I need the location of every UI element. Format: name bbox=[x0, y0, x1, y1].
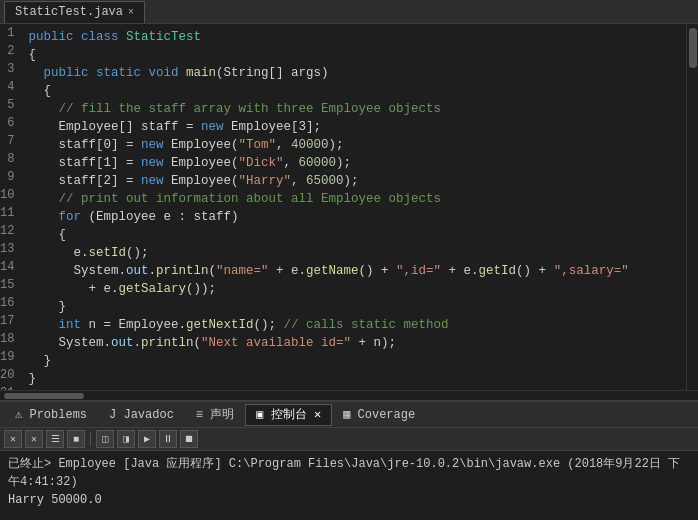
toolbar-btn-4[interactable]: ◫ bbox=[96, 430, 114, 448]
toolbar-btn-8[interactable]: ⏹ bbox=[180, 430, 198, 448]
horizontal-scrollbar[interactable] bbox=[0, 390, 698, 400]
bottom-panel: ⚠ ProblemsJ Javadoc≡ 声明▣ 控制台 ✕▦ Coverage… bbox=[0, 400, 698, 520]
console-output-line: Harry 50000.0 bbox=[8, 491, 690, 509]
code-line: for (Employee e : staff) bbox=[28, 208, 678, 226]
line-number: 14 bbox=[0, 258, 20, 276]
code-line: // print out information about all Emplo… bbox=[28, 190, 678, 208]
code-line: + e.getSalary()); bbox=[28, 280, 678, 298]
code-line: { bbox=[28, 226, 678, 244]
console-command-line: 已终止> Employee [Java 应用程序] C:\Program Fil… bbox=[8, 455, 690, 491]
h-scrollbar-thumb[interactable] bbox=[4, 393, 84, 399]
line-number: 18 bbox=[0, 330, 20, 348]
line-number: 15 bbox=[0, 276, 20, 294]
line-number: 12 bbox=[0, 222, 20, 240]
code-line: staff[0] = new Employee("Tom", 40000); bbox=[28, 136, 678, 154]
line-number: 8 bbox=[0, 150, 20, 168]
line-number: 13 bbox=[0, 240, 20, 258]
file-tab[interactable]: StaticTest.java × bbox=[4, 1, 145, 23]
line-number: 6 bbox=[0, 114, 20, 132]
line-number: 3 bbox=[0, 60, 20, 78]
editor-container: 1234567891011121314151617181920212223242… bbox=[0, 24, 698, 390]
code-line: Employee[] staff = new Employee[3]; bbox=[28, 118, 678, 136]
line-number: 4 bbox=[0, 78, 20, 96]
code-line: { bbox=[28, 46, 678, 64]
line-number: 19 bbox=[0, 348, 20, 366]
toolbar-btn-1[interactable]: ✕ bbox=[25, 430, 43, 448]
code-line: } bbox=[28, 298, 678, 316]
bottom-tab-problems[interactable]: ⚠ Problems bbox=[4, 404, 98, 426]
toolbar-btn-5[interactable]: ◨ bbox=[117, 430, 135, 448]
toolbar-btn-7[interactable]: ⏸ bbox=[159, 430, 177, 448]
toolbar-btn-2[interactable]: ☰ bbox=[46, 430, 64, 448]
line-number: 1 bbox=[0, 24, 20, 42]
line-number: 5 bbox=[0, 96, 20, 114]
code-line: staff[2] = new Employee("Harry", 65000); bbox=[28, 172, 678, 190]
bottom-tab-coverage[interactable]: ▦ Coverage bbox=[332, 404, 426, 426]
tab-bar: StaticTest.java × bbox=[0, 0, 698, 24]
line-numbers: 1234567891011121314151617181920212223242… bbox=[0, 24, 20, 390]
code-line: System.out.println("Next available id=" … bbox=[28, 334, 678, 352]
line-number: 7 bbox=[0, 132, 20, 150]
code-line: System.out.println("name=" + e.getName()… bbox=[28, 262, 678, 280]
code-line: e.setId(); bbox=[28, 244, 678, 262]
console-output: 已终止> Employee [Java 应用程序] C:\Program Fil… bbox=[0, 451, 698, 520]
code-line: } bbox=[28, 370, 678, 388]
bottom-tab-声明[interactable]: ≡ 声明 bbox=[185, 404, 245, 426]
bottom-tab-javadoc[interactable]: J Javadoc bbox=[98, 404, 185, 426]
toolbar-btn-0[interactable]: ✕ bbox=[4, 430, 22, 448]
code-line: } bbox=[28, 352, 678, 370]
vertical-scrollbar[interactable] bbox=[686, 24, 698, 390]
line-number: 17 bbox=[0, 312, 20, 330]
code-line: public class StaticTest bbox=[28, 28, 678, 46]
line-number: 10 bbox=[0, 186, 20, 204]
code-line: int n = Employee.getNextId(); // calls s… bbox=[28, 316, 678, 334]
file-tab-label: StaticTest.java bbox=[15, 5, 123, 19]
line-number: 11 bbox=[0, 204, 20, 222]
toolbar-separator bbox=[90, 432, 91, 446]
bottom-toolbar: ✕✕☰■◫◨▶⏸⏹ bbox=[0, 428, 698, 451]
toolbar-btn-6[interactable]: ▶ bbox=[138, 430, 156, 448]
line-number: 20 bbox=[0, 366, 20, 384]
line-number: 2 bbox=[0, 42, 20, 60]
code-line: public static void main(String[] args) bbox=[28, 64, 678, 82]
line-number: 9 bbox=[0, 168, 20, 186]
bottom-tab-bar: ⚠ ProblemsJ Javadoc≡ 声明▣ 控制台 ✕▦ Coverage bbox=[0, 402, 698, 428]
code-line: staff[1] = new Employee("Dick", 60000); bbox=[28, 154, 678, 172]
code-line: { bbox=[28, 82, 678, 100]
code-line: // fill the staff array with three Emplo… bbox=[28, 100, 678, 118]
code-editor[interactable]: public class StaticTest{ public static v… bbox=[20, 24, 686, 390]
bottom-tab-控制台✕[interactable]: ▣ 控制台 ✕ bbox=[245, 404, 332, 426]
tab-close-button[interactable]: × bbox=[128, 7, 134, 18]
line-number: 16 bbox=[0, 294, 20, 312]
scrollbar-thumb[interactable] bbox=[689, 28, 697, 68]
toolbar-btn-3[interactable]: ■ bbox=[67, 430, 85, 448]
